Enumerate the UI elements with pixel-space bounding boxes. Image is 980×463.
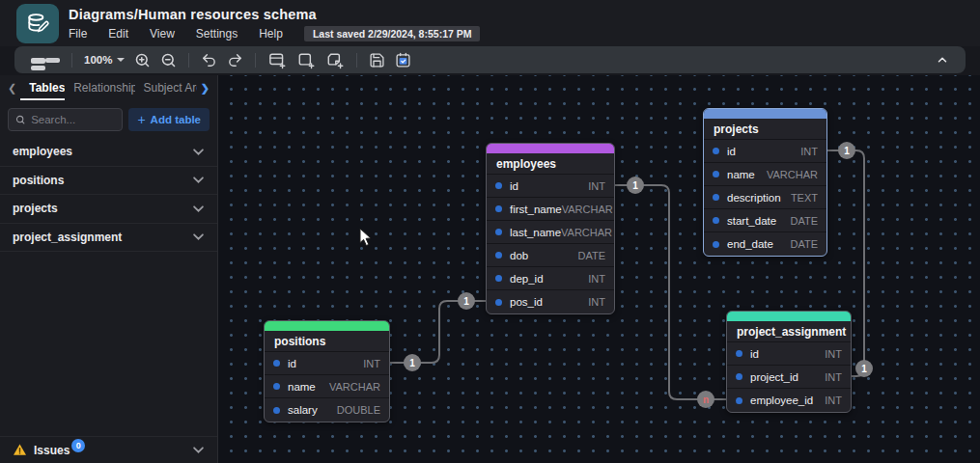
field-positions-id[interactable]: idINT <box>265 352 389 375</box>
field-type: VARCHAR <box>329 381 380 393</box>
entity-accent-bar <box>704 109 826 119</box>
field-name: pos_id <box>510 296 543 308</box>
tab-tables[interactable]: Tables <box>20 77 65 100</box>
entity-positions[interactable]: positionsidINTnameVARCHARsalaryDOUBLE <box>264 320 390 422</box>
sidebar-item-projects[interactable]: projects <box>0 195 217 224</box>
zoom-in-icon <box>134 52 151 68</box>
field-name: salary <box>288 404 318 416</box>
zoom-out-button[interactable] <box>155 48 182 71</box>
menu-edit[interactable]: Edit <box>108 27 128 41</box>
issues-section[interactable]: Issues 0 <box>0 436 217 463</box>
save-button[interactable] <box>364 48 390 71</box>
field-dot-icon <box>495 182 502 189</box>
field-projects-id[interactable]: idINT <box>704 140 826 163</box>
tabs-scroll-right-icon[interactable]: ❯ <box>197 82 213 95</box>
add-table-button[interactable] <box>263 48 292 71</box>
chevron-down-icon[interactable] <box>193 149 204 155</box>
save-icon <box>369 52 385 68</box>
field-employees-pos-id[interactable]: pos_idINT <box>487 290 614 313</box>
field-name: end_date <box>727 238 773 250</box>
cardinality-badge: n <box>697 391 714 408</box>
field-projects-description[interactable]: descriptionTEXT <box>704 186 826 209</box>
table-list: employeespositionsprojectsproject_assign… <box>0 138 217 436</box>
field-dot-icon <box>713 171 719 177</box>
field-name: name <box>288 381 316 393</box>
tab-relationships[interactable]: Relationships <box>65 77 134 100</box>
field-dot-icon <box>736 373 742 380</box>
entity-title: project_assignment <box>727 321 851 342</box>
field-employees-dob[interactable]: dobDATE <box>487 244 614 267</box>
diagram-menu-button[interactable] <box>26 48 65 71</box>
add-note-button[interactable] <box>321 48 350 71</box>
sidebar-item-positions[interactable]: positions <box>0 167 217 196</box>
search-box[interactable] <box>8 108 123 131</box>
search-input[interactable] <box>31 114 115 125</box>
undo-button[interactable] <box>196 48 222 71</box>
field-employees-dep-id[interactable]: dep_idINT <box>487 267 614 290</box>
field-dot-icon <box>495 299 502 306</box>
zoom-level-dropdown[interactable]: 100% <box>79 48 129 71</box>
field-projects-start-date[interactable]: start_dateDATE <box>704 209 826 232</box>
field-project-assignment-id[interactable]: idINT <box>727 342 851 366</box>
tabs-scroll-left-icon[interactable]: ❮ <box>4 82 20 95</box>
field-employees-id[interactable]: idINT <box>487 175 614 198</box>
chevron-down-icon <box>117 58 125 62</box>
app-logo[interactable] <box>16 4 59 43</box>
menu-bar: FileEditViewSettingsHelp <box>69 27 304 41</box>
diagram-canvas[interactable]: employeesidINTfirst_nameVARCHARlast_name… <box>218 75 980 463</box>
menu-settings[interactable]: Settings <box>196 27 238 41</box>
field-name: id <box>727 146 736 157</box>
chevron-down-icon[interactable] <box>193 447 204 453</box>
entity-project-assignment[interactable]: project_assignmentidINTproject_idINTempl… <box>726 311 852 413</box>
entity-accent-bar <box>487 144 614 153</box>
tab-subject-are[interactable]: Subject Are <box>135 77 197 100</box>
todo-button[interactable] <box>390 48 416 71</box>
menu-view[interactable]: View <box>150 27 175 41</box>
field-positions-name[interactable]: nameVARCHAR <box>265 375 389 398</box>
sidebar-item-project-assignment[interactable]: project_assignment <box>0 224 217 253</box>
add-table-sidebar-button[interactable]: + Add table <box>128 108 210 131</box>
entity-employees[interactable]: employeesidINTfirst_nameVARCHARlast_name… <box>486 143 615 314</box>
field-employees-first-name[interactable]: first_nameVARCHAR <box>487 198 614 221</box>
entity-projects[interactable]: projectsidINTnameVARCHARdescriptionTEXTs… <box>703 108 827 257</box>
menu-file[interactable]: File <box>69 27 87 41</box>
chevron-down-icon <box>45 58 60 63</box>
chevron-down-icon[interactable] <box>193 205 204 212</box>
field-name: dob <box>510 250 528 261</box>
field-name: project_id <box>750 371 798 383</box>
collapse-toolbar-button[interactable] <box>931 48 954 71</box>
toolbar-divider <box>71 53 72 68</box>
add-area-button[interactable] <box>292 48 321 71</box>
field-positions-salary[interactable]: salaryDOUBLE <box>265 398 389 422</box>
field-project-assignment-project-id[interactable]: project_idINT <box>727 366 851 389</box>
field-projects-name[interactable]: nameVARCHAR <box>704 163 826 186</box>
page-title: Diagrams/Human resources schema <box>69 7 480 22</box>
field-type: TEXT <box>791 192 818 204</box>
toolbar-divider <box>255 53 256 68</box>
cardinality-badge: 1 <box>855 360 873 377</box>
cardinality-badge: 1 <box>627 177 644 194</box>
field-name: name <box>727 169 755 180</box>
chevron-down-icon[interactable] <box>193 177 204 183</box>
database-pencil-icon <box>25 12 50 37</box>
cardinality-badge: 1 <box>404 354 421 371</box>
field-type: DATE <box>577 250 605 261</box>
toolbar: 100% <box>14 46 966 73</box>
field-projects-end-date[interactable]: end_dateDATE <box>704 232 826 256</box>
field-name: dep_id <box>510 273 544 285</box>
field-dot-icon <box>736 350 742 357</box>
field-type: VARCHAR <box>767 169 818 180</box>
field-name: id <box>288 358 296 369</box>
field-dot-icon <box>736 397 742 404</box>
field-dot-icon <box>495 205 502 212</box>
field-employees-last-name[interactable]: last_nameVARCHAR <box>487 221 614 244</box>
chevron-down-icon[interactable] <box>193 233 204 240</box>
zoom-in-button[interactable] <box>129 48 155 71</box>
relationship-positions-id-employees-pos-id[interactable] <box>390 301 486 363</box>
sidebar-item-employees[interactable]: employees <box>0 138 217 167</box>
field-dot-icon <box>495 275 502 282</box>
field-project-assignment-employee-id[interactable]: employee_idINT <box>727 389 851 412</box>
redo-button[interactable] <box>222 48 248 71</box>
field-type: INT <box>825 395 842 406</box>
menu-help[interactable]: Help <box>259 27 283 41</box>
